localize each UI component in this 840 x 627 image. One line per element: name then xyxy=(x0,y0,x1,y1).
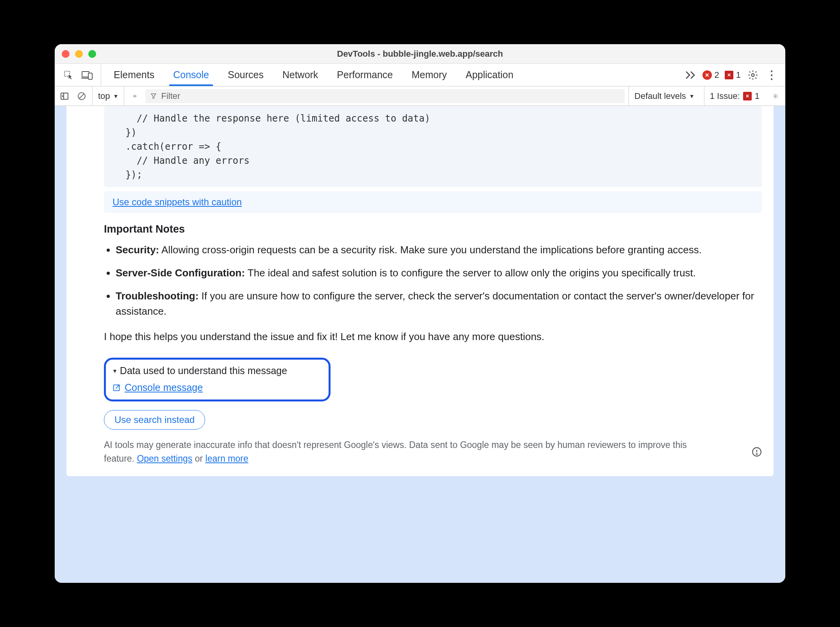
tab-console[interactable]: Console xyxy=(164,64,218,86)
tab-elements[interactable]: Elements xyxy=(104,64,164,86)
console-message-link[interactable]: Console message xyxy=(125,382,203,393)
svg-point-4 xyxy=(752,73,754,76)
svg-point-10 xyxy=(775,95,776,97)
ai-disclaimer: AI tools may generate inaccurate info th… xyxy=(66,430,774,469)
console-settings-icon[interactable] xyxy=(769,90,782,103)
tab-application[interactable]: Application xyxy=(456,64,523,86)
tab-sources[interactable]: Sources xyxy=(218,64,273,86)
svg-point-14 xyxy=(756,453,757,454)
data-used-callout: ▼ Data used to understand this message C… xyxy=(104,358,331,401)
notes-heading: Important Notes xyxy=(104,223,762,235)
note-item: Server-Side Configuration: The ideal and… xyxy=(116,265,762,281)
issue-flag-icon: ✕ xyxy=(725,71,733,79)
important-notes-section: Important Notes Security: Allowing cross… xyxy=(66,213,774,319)
tab-performance[interactable]: Performance xyxy=(327,64,402,86)
filter-input[interactable]: Filter xyxy=(145,89,624,103)
settings-icon[interactable] xyxy=(746,68,760,82)
chevron-down-icon: ▼ xyxy=(113,93,119,99)
use-search-instead-button[interactable]: Use search instead xyxy=(104,410,205,430)
tab-memory[interactable]: Memory xyxy=(402,64,456,86)
filter-icon xyxy=(150,93,157,100)
panel-tabs: Elements Console Sources Network Perform… xyxy=(104,64,523,86)
live-expression-icon[interactable] xyxy=(128,90,141,103)
note-item: Troubleshooting: If you are unsure how t… xyxy=(116,288,762,319)
more-options-icon[interactable]: ⋮ xyxy=(765,68,778,82)
console-toolbar: top ▼ Filter Default levels ▼ 1 Issue: ✕… xyxy=(55,86,785,106)
closing-text: I hope this helps you understand the iss… xyxy=(66,327,774,351)
open-external-icon xyxy=(112,383,121,392)
more-tabs-icon[interactable] xyxy=(684,68,697,82)
data-used-toggle[interactable]: ▼ Data used to understand this message xyxy=(112,365,321,376)
context-selector[interactable]: top ▼ xyxy=(92,86,124,106)
code-snippet: // Handle the response here (limited acc… xyxy=(104,106,762,187)
main-toolbar: Elements Console Sources Network Perform… xyxy=(55,64,785,86)
window-title: DevTools - bubble-jingle.web.app/search xyxy=(55,49,785,59)
issue-flag-icon: ✕ xyxy=(743,92,752,100)
error-counter[interactable]: ✕ 2 xyxy=(702,70,719,80)
issues-indicator[interactable]: 1 Issue: ✕ 1 xyxy=(704,86,765,106)
caution-bar: Use code snippets with caution xyxy=(104,191,762,213)
ai-explanation-panel: // Handle the response here (limited acc… xyxy=(66,106,774,476)
chevron-down-icon: ▼ xyxy=(689,93,695,99)
devtools-window: DevTools - bubble-jingle.web.app/search … xyxy=(55,44,785,583)
svg-line-8 xyxy=(79,94,84,99)
log-levels-selector[interactable]: Default levels ▼ xyxy=(629,86,700,106)
svg-rect-5 xyxy=(61,93,68,99)
warning-icon[interactable] xyxy=(752,447,762,457)
error-icon: ✕ xyxy=(702,70,712,80)
titlebar: DevTools - bubble-jingle.web.app/search xyxy=(55,44,785,64)
note-item: Security: Allowing cross-origin requests… xyxy=(116,242,762,258)
svg-point-9 xyxy=(134,95,136,97)
disclosure-triangle-icon: ▼ xyxy=(112,368,118,374)
toggle-sidebar-icon[interactable] xyxy=(58,90,71,103)
console-content: // Handle the response here (limited acc… xyxy=(55,106,785,583)
clear-console-icon[interactable] xyxy=(75,90,88,103)
tab-network[interactable]: Network xyxy=(273,64,328,86)
device-toolbar-icon[interactable] xyxy=(80,68,94,82)
learn-more-link[interactable]: learn more xyxy=(206,453,248,464)
caution-link[interactable]: Use code snippets with caution xyxy=(113,197,242,207)
inspect-element-icon[interactable] xyxy=(62,68,75,82)
issue-counter[interactable]: ✕ 1 xyxy=(725,70,741,80)
open-settings-link[interactable]: Open settings xyxy=(137,453,192,464)
svg-rect-3 xyxy=(88,73,92,79)
